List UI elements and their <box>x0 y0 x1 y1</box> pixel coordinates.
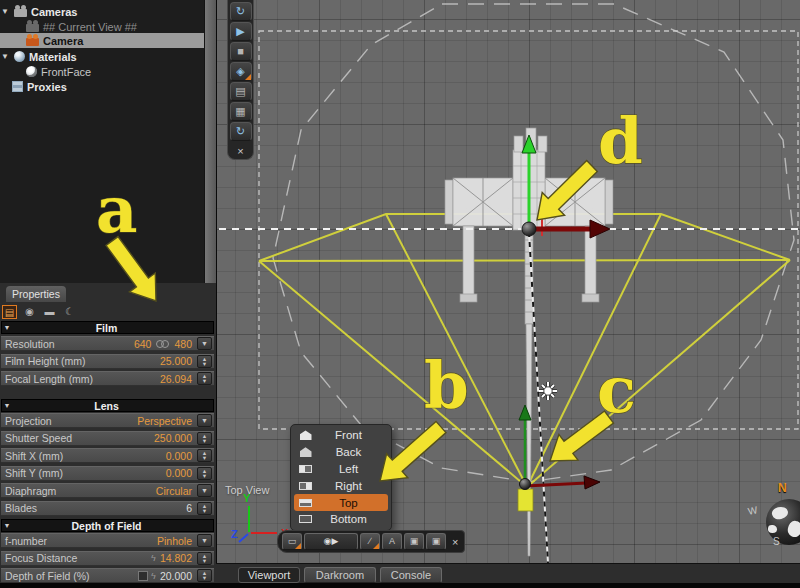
view-select-menu: Front Back Left Right Top Bottom <box>290 424 392 531</box>
plane-bottom-icon <box>298 514 313 525</box>
save-icon: ▤ <box>235 85 245 97</box>
axis-y-label: Y <box>243 492 251 504</box>
select-box-alt-button[interactable]: ▣ <box>426 533 446 550</box>
moon-icon[interactable]: ☾ <box>62 305 77 319</box>
sync-button[interactable]: ↻ <box>230 122 252 141</box>
select-box-alt-icon: ▣ <box>432 536 441 546</box>
menu-item-bottom[interactable]: Bottom <box>294 511 388 528</box>
tab-properties[interactable]: Properties <box>6 286 66 302</box>
stepper-control[interactable] <box>197 449 212 462</box>
render-rotate-icon: ↻ <box>236 5 245 17</box>
property-row-focal-length: Focal Length (mm) 26.094 <box>1 371 214 386</box>
shutter-speed-field[interactable]: 250.000 <box>154 432 192 444</box>
link-icon[interactable] <box>156 340 169 347</box>
item-list-icon[interactable]: ▤ <box>2 305 17 319</box>
select-box-button[interactable]: ▣ <box>404 533 424 550</box>
menu-item-back[interactable]: Back <box>294 444 388 461</box>
collapse-icon[interactable]: ▼ <box>0 7 10 16</box>
property-label: Blades <box>5 502 186 514</box>
select-box-icon: ▣ <box>410 536 419 546</box>
tree-item-cameras[interactable]: ▼ Cameras <box>0 4 204 19</box>
tree-item-camera[interactable]: Camera <box>0 33 204 48</box>
tab-darkroom[interactable]: Darkroom <box>304 567 376 583</box>
dropdown-button[interactable]: ▼ <box>197 484 212 497</box>
grid-button[interactable]: ▦ <box>230 102 252 121</box>
compass-west-label: W <box>747 504 759 517</box>
camera-tripod-icon[interactable]: ◉ <box>22 305 37 319</box>
properties-panel: Properties ▤ ◉ ▬ ☾ ▼ Film Resolution 640… <box>0 283 216 588</box>
animation-channel-icon[interactable]: ϟ <box>151 553 156 563</box>
render-rotate-button[interactable]: ↻ <box>230 2 252 21</box>
f-number-field[interactable]: Pinhole <box>157 535 192 547</box>
property-row-diaphragm: Diaphragm Circular ▼ <box>1 483 214 498</box>
globe-landmass <box>771 505 790 521</box>
resolution-y-field[interactable]: 480 <box>174 338 192 350</box>
section-header-film[interactable]: ▼ Film <box>1 321 214 334</box>
tree-item-proxies[interactable]: Proxies <box>0 79 204 94</box>
dropdown-button[interactable]: ▼ <box>197 414 212 427</box>
property-row-shutter-speed: Shutter Speed 250.000 <box>1 431 214 446</box>
close-toolbar-button[interactable]: × <box>237 146 243 156</box>
tree-item-frontface[interactable]: FrontFace <box>0 64 204 79</box>
property-label: Diaphragm <box>5 485 156 497</box>
focus-distance-field[interactable]: 14.802 <box>160 552 192 564</box>
grid-icon: ▦ <box>235 105 245 117</box>
clapper-icon[interactable]: ▬ <box>42 305 57 319</box>
tree-item-label: FrontFace <box>41 66 91 78</box>
slash-tool-button[interactable]: ∕ <box>360 533 380 550</box>
menu-item-left[interactable]: Left <box>294 461 388 478</box>
section-header-depth-of-field[interactable]: ▼ Depth of Field <box>1 519 214 532</box>
film-height-field[interactable]: 25.000 <box>160 355 192 367</box>
stepper-control[interactable] <box>197 502 212 515</box>
projection-field[interactable]: Perspective <box>137 415 192 427</box>
diaphragm-field[interactable]: Circular <box>156 485 192 497</box>
resolution-x-field[interactable]: 640 <box>134 338 152 350</box>
stepper-control[interactable] <box>197 355 212 368</box>
stepper-control[interactable] <box>197 372 212 385</box>
menu-item-right[interactable]: Right <box>294 477 388 494</box>
frame-tool-button[interactable]: A <box>382 533 402 550</box>
menu-item-front[interactable]: Front <box>294 427 388 444</box>
stop-button[interactable]: ■ <box>230 42 252 61</box>
menu-item-top[interactable]: Top <box>294 494 388 511</box>
shift-y-field[interactable]: 0.000 <box>166 467 192 479</box>
camera-strip-button[interactable]: ◉▶ <box>304 533 358 550</box>
stepper-control[interactable] <box>197 552 212 565</box>
property-label: Focal Length (mm) <box>5 373 160 385</box>
dropdown-button[interactable]: ▼ <box>197 337 212 350</box>
view-preset-button[interactable]: ▭ <box>282 533 302 550</box>
play-button[interactable]: ▶ <box>230 22 252 41</box>
tree-scrollbar[interactable] <box>204 0 216 283</box>
window-bottom-edge <box>0 583 800 588</box>
sync-icon: ↻ <box>236 125 245 137</box>
collapse-icon[interactable]: ▼ <box>0 52 10 61</box>
tree-item-current-view[interactable]: ## Current View ## <box>0 19 204 34</box>
house-back-icon <box>298 447 313 458</box>
dropdown-button[interactable]: ▼ <box>197 534 212 547</box>
properties-toolbar: ▤ ◉ ▬ ☾ <box>2 304 77 320</box>
plane-right-icon <box>298 480 313 491</box>
stepper-control[interactable] <box>197 432 212 445</box>
dof-percent-field[interactable]: 20.000 <box>160 570 192 582</box>
stepper-control[interactable] <box>197 569 212 582</box>
viewport-3d[interactable]: ↻ ▶ ■ ◈ ▤ ▦ ↻ × Top View Y X Z Front <box>216 0 800 563</box>
tree-item-materials[interactable]: ▼ Materials <box>0 49 204 64</box>
focal-length-field[interactable]: 26.094 <box>160 373 192 385</box>
tab-viewport[interactable]: Viewport <box>238 567 300 583</box>
section-header-lens[interactable]: ▼ Lens <box>1 399 214 412</box>
close-bottom-toolbar-button[interactable]: × <box>452 536 458 548</box>
pan-view-button[interactable]: ◈ <box>230 62 252 81</box>
tab-console[interactable]: Console <box>380 567 442 583</box>
blades-field[interactable]: 6 <box>186 502 192 514</box>
property-label: Shutter Speed <box>5 432 154 444</box>
compass-south-label: S <box>773 536 780 547</box>
proxy-icon <box>12 81 23 92</box>
house-front-icon <box>298 430 313 441</box>
shift-x-field[interactable]: 0.000 <box>166 450 192 462</box>
light-icon[interactable] <box>539 382 557 400</box>
checkbox[interactable] <box>138 571 148 581</box>
animation-channel-icon[interactable]: ϟ <box>151 571 156 581</box>
save-button[interactable]: ▤ <box>230 82 252 101</box>
menu-item-label: Bottom <box>313 513 384 525</box>
stepper-control[interactable] <box>197 467 212 480</box>
